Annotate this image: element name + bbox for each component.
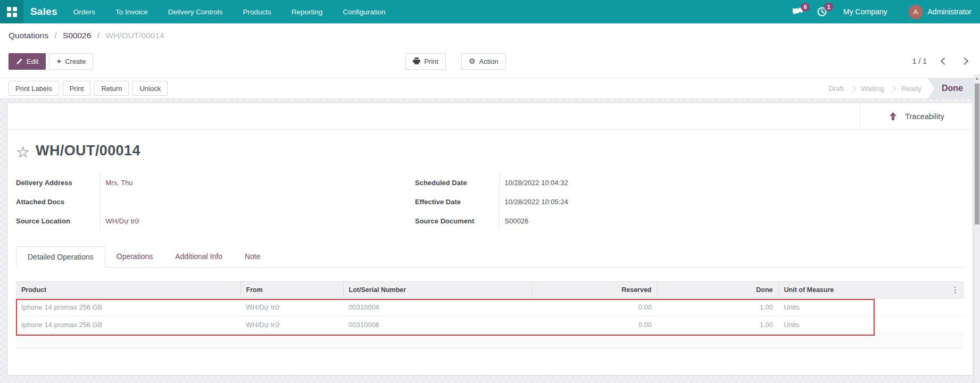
workflow-bar: Print Labels Print Return Unlock Draft W… bbox=[0, 78, 980, 99]
breadcrumb-current: WH/OUT/00014 bbox=[105, 31, 164, 40]
cell-reserved: 0.00 bbox=[531, 316, 657, 334]
table-row[interactable]: Iphone 14 promax 256 GB WH/Dự trữ 003100… bbox=[16, 316, 964, 334]
cell-product: Iphone 14 promax 256 GB bbox=[16, 316, 240, 334]
tab-additional-info[interactable]: Additional Info bbox=[164, 246, 234, 268]
company-switcher[interactable]: My Company bbox=[843, 7, 887, 16]
field-value-source-document: S00026 bbox=[499, 211, 964, 230]
cell-lot: 00310004 bbox=[343, 298, 531, 316]
menu-configuration[interactable]: Configuration bbox=[343, 8, 385, 16]
pager-count: 1 / 1 bbox=[912, 57, 927, 65]
tab-operations[interactable]: Operations bbox=[105, 246, 164, 268]
field-label-source-document: Source Document bbox=[415, 211, 499, 230]
edit-button[interactable]: Edit bbox=[9, 53, 46, 70]
scrollbar-thumb[interactable] bbox=[975, 84, 979, 224]
cell-done: 1.00 bbox=[657, 316, 778, 334]
apps-menu-button[interactable] bbox=[0, 0, 23, 23]
pencil-icon bbox=[16, 58, 23, 65]
field-value-attached-docs bbox=[100, 192, 415, 211]
field-value-source-location[interactable]: WH/Dự trữ bbox=[100, 211, 415, 230]
return-button[interactable]: Return bbox=[94, 81, 129, 96]
cell-product: Iphone 14 promax 256 GB bbox=[16, 298, 240, 316]
column-header-from[interactable]: From bbox=[240, 282, 343, 298]
cell-from: WH/Dự trữ bbox=[240, 298, 343, 316]
menu-reporting[interactable]: Reporting bbox=[292, 8, 323, 16]
status-step-done[interactable]: Done bbox=[928, 78, 974, 98]
systray: 6 1 My Company A Administrator bbox=[791, 5, 980, 19]
cell-uom: Units bbox=[778, 298, 964, 316]
column-header-lot-serial[interactable]: Lot/Serial Number bbox=[343, 282, 531, 298]
favorite-star-icon[interactable]: ☆ bbox=[16, 145, 30, 159]
messages-button[interactable]: 6 bbox=[791, 7, 804, 17]
pager-next-icon[interactable] bbox=[961, 57, 968, 65]
cell-reserved: 0.00 bbox=[531, 298, 657, 316]
create-button[interactable]: + Create bbox=[49, 53, 93, 70]
pager-previous-icon[interactable] bbox=[941, 57, 948, 65]
pager: 1 / 1 bbox=[912, 57, 971, 65]
cell-uom: Units bbox=[778, 316, 964, 334]
column-header-done[interactable]: Done bbox=[657, 282, 778, 298]
statusbar: Draft Waiting Ready Done bbox=[828, 78, 974, 98]
table-footer-strip bbox=[16, 334, 964, 348]
print-labels-button[interactable]: Print Labels bbox=[9, 81, 59, 96]
field-label-source-location: Source Location bbox=[16, 211, 100, 230]
field-label-scheduled-date: Scheduled Date bbox=[415, 173, 499, 192]
cell-lot: 00310006 bbox=[343, 316, 531, 334]
form-view-background: Traceability ☆ WH/OUT/00014 Delivery Add… bbox=[0, 99, 980, 383]
table-row[interactable]: Iphone 14 promax 256 GB WH/Dự trữ 003100… bbox=[16, 298, 964, 316]
messages-badge: 6 bbox=[801, 3, 810, 12]
breadcrumb: Quotations / S00026 / WH/OUT/00014 bbox=[9, 31, 164, 40]
breadcrumb-separator: / bbox=[54, 31, 56, 40]
traceability-button[interactable]: Traceability bbox=[860, 103, 973, 129]
menu-products[interactable]: Products bbox=[243, 8, 271, 16]
cell-from: WH/Dự trữ bbox=[240, 316, 343, 334]
activities-button[interactable]: 1 bbox=[817, 6, 827, 17]
field-groups: Delivery Address Mrs. Thu Attached Docs … bbox=[16, 173, 964, 230]
column-header-product[interactable]: Product bbox=[16, 282, 240, 298]
tab-detailed-operations[interactable]: Detailed Operations bbox=[16, 246, 105, 268]
menu-delivery-controls[interactable]: Delivery Controls bbox=[168, 8, 223, 16]
menu-to-invoice[interactable]: To Invoice bbox=[115, 8, 148, 16]
gear-icon: ⚙ bbox=[469, 57, 476, 65]
table-header-row: Product From Lot/Serial Number Reserved … bbox=[16, 282, 964, 298]
field-label-attached-docs: Attached Docs bbox=[16, 192, 100, 211]
avatar: A bbox=[909, 5, 923, 19]
unlock-button[interactable]: Unlock bbox=[132, 81, 168, 96]
print-button[interactable]: Print bbox=[405, 53, 446, 70]
top-navbar: Sales Orders To Invoice Delivery Control… bbox=[0, 0, 980, 23]
detailed-operations-table: Product From Lot/Serial Number Reserved … bbox=[16, 281, 964, 348]
app-name[interactable]: Sales bbox=[30, 6, 57, 18]
column-header-uom[interactable]: Unit of Measure bbox=[778, 282, 964, 298]
scroll-up-icon[interactable]: ▲ bbox=[974, 74, 980, 83]
vertical-scrollbar[interactable]: ▲ bbox=[974, 74, 980, 383]
control-panel: Quotations / S00026 / WH/OUT/00014 bbox=[0, 23, 980, 45]
button-box: Traceability bbox=[7, 103, 973, 130]
notebook-tabs: Detailed Operations Operations Additiona… bbox=[16, 246, 964, 268]
arrow-up-icon bbox=[888, 112, 898, 121]
tab-note[interactable]: Note bbox=[234, 246, 272, 268]
form-sheet: Traceability ☆ WH/OUT/00014 Delivery Add… bbox=[7, 103, 973, 375]
breadcrumb-s00026[interactable]: S00026 bbox=[63, 31, 91, 40]
status-step-waiting[interactable]: Waiting bbox=[861, 85, 884, 93]
action-button[interactable]: ⚙ Action bbox=[461, 53, 506, 70]
field-value-delivery-address[interactable]: Mrs. Thu bbox=[100, 173, 415, 192]
optional-columns-icon[interactable]: ⋮ bbox=[949, 285, 961, 295]
chevron-right-icon bbox=[849, 85, 856, 92]
breadcrumb-quotations[interactable]: Quotations bbox=[9, 31, 48, 40]
print-workflow-button[interactable]: Print bbox=[63, 81, 91, 96]
user-menu[interactable]: A Administrator bbox=[909, 5, 971, 19]
field-value-effective-date: 10/28/2022 10:05:24 bbox=[499, 192, 964, 211]
field-value-scheduled-date: 10/28/2022 10:04:32 bbox=[499, 173, 964, 192]
activities-badge: 1 bbox=[824, 3, 833, 11]
cell-done: 1.00 bbox=[657, 298, 778, 316]
apps-grid-icon bbox=[7, 7, 17, 17]
chevron-right-icon bbox=[890, 85, 896, 92]
status-step-draft[interactable]: Draft bbox=[828, 85, 843, 93]
top-menu: Orders To Invoice Delivery Controls Prod… bbox=[73, 8, 386, 16]
field-label-effective-date: Effective Date bbox=[415, 192, 499, 211]
status-step-ready[interactable]: Ready bbox=[901, 85, 921, 93]
page-title: WH/OUT/00014 bbox=[36, 143, 140, 159]
user-name: Administrator bbox=[928, 7, 971, 16]
column-header-reserved[interactable]: Reserved bbox=[531, 282, 657, 298]
menu-orders[interactable]: Orders bbox=[73, 8, 95, 16]
control-panel-buttons: Edit + Create Print ⚙ Action 1 / 1 bbox=[0, 45, 980, 78]
